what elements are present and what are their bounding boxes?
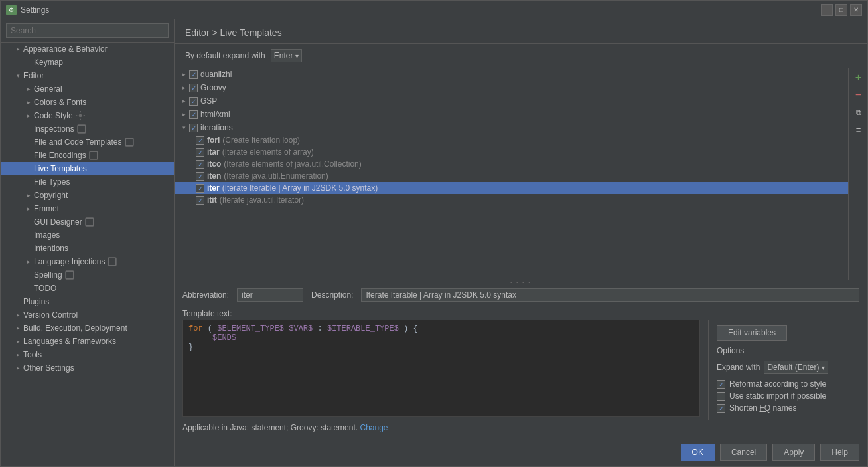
sidebar-label: Copyright xyxy=(34,191,68,200)
template-checkbox[interactable] xyxy=(196,184,204,193)
template-row-itit[interactable]: itit (Iterate java.util.Iterator) xyxy=(175,194,848,206)
template-checkbox[interactable] xyxy=(196,160,204,169)
sidebar-item-copyright[interactable]: Copyright xyxy=(1,189,174,202)
sidebar-item-file-types[interactable]: File Types xyxy=(1,175,174,189)
sidebar-label: Version Control xyxy=(23,310,78,320)
applicable-row: Applicable in Java: statement; Groovy: s… xyxy=(175,420,867,438)
description-input[interactable] xyxy=(361,288,859,302)
sidebar-item-spelling[interactable]: Spelling xyxy=(1,268,174,282)
sidebar-item-emmet[interactable]: Emmet xyxy=(1,202,174,215)
group-row-html-xml[interactable]: html/xml xyxy=(175,108,848,121)
code-line-1: for ( $ELEMENT_TYPE$ $VAR$ : $ITERABLE_T… xyxy=(188,324,694,333)
template-description: (Iterate Iterable | Array in J2SDK 5.0 s… xyxy=(222,183,378,193)
sidebar-item-appearance[interactable]: Appearance & Behavior xyxy=(1,43,174,56)
edit-variables-button[interactable]: Edit variables xyxy=(717,325,787,341)
group-checkbox[interactable] xyxy=(189,84,198,92)
group-checkbox[interactable] xyxy=(189,97,198,106)
arrow-icon xyxy=(25,98,33,106)
close-button[interactable]: ✕ xyxy=(850,4,862,16)
minimize-button[interactable]: _ xyxy=(821,4,833,16)
template-row-itco[interactable]: itco (Iterate elements of java.util.Coll… xyxy=(175,158,848,170)
sidebar-item-live-templates[interactable]: Live Templates xyxy=(1,162,174,175)
shorten-fq-checkbox[interactable] xyxy=(717,404,725,413)
option-static-import: Use static import if possible xyxy=(717,391,859,401)
template-checkbox[interactable] xyxy=(196,148,204,157)
template-abbrev: iten xyxy=(207,171,221,181)
sidebar-item-version-control[interactable]: Version Control xyxy=(1,308,174,322)
template-settings-button[interactable]: ≡ xyxy=(851,122,866,137)
template-checkbox[interactable] xyxy=(196,136,204,145)
template-row-itar[interactable]: itar (Iterate elements of array) xyxy=(175,146,848,158)
template-row-iter[interactable]: iter (Iterate Iterable | Array in J2SDK … xyxy=(175,182,848,194)
group-row-iterations[interactable]: iterations xyxy=(175,121,848,134)
sidebar-item-general[interactable]: General xyxy=(1,82,174,96)
maximize-button[interactable]: □ xyxy=(835,4,847,16)
group-checkbox[interactable] xyxy=(189,70,198,79)
ok-button[interactable]: OK xyxy=(681,444,715,461)
add-template-button[interactable]: + xyxy=(851,70,866,85)
sidebar-item-file-code-templates[interactable]: File and Code Templates xyxy=(1,136,174,149)
sidebar-item-code-style[interactable]: Code Style xyxy=(1,109,174,122)
sidebar-item-file-encodings[interactable]: File Encodings xyxy=(1,149,174,162)
template-row-fori[interactable]: fori (Create Iteration loop) xyxy=(175,134,848,146)
group-name: GSP xyxy=(200,96,217,106)
expand-with-dropdown[interactable]: Default (Enter) xyxy=(764,361,828,374)
expand-dropdown[interactable]: Enter xyxy=(271,49,303,62)
reformat-checkbox[interactable] xyxy=(717,380,725,389)
arrow-icon xyxy=(14,337,22,345)
abbreviation-input[interactable] xyxy=(237,288,303,302)
cancel-button[interactable]: Cancel xyxy=(720,444,767,461)
group-row-gsp[interactable]: GSP xyxy=(175,94,848,108)
option-reformat: Reformat according to style xyxy=(717,379,859,389)
search-input[interactable] xyxy=(6,23,169,38)
sidebar-item-language-injections[interactable]: Language Injections xyxy=(1,255,174,268)
sidebar-label: Code Style xyxy=(34,111,73,120)
sidebar-item-other-settings[interactable]: Other Settings xyxy=(1,361,174,375)
apply-button[interactable]: Apply xyxy=(772,444,815,461)
sidebar-item-inspections[interactable]: Inspections xyxy=(1,122,174,136)
breadcrumb: Editor > Live Templates xyxy=(185,27,282,38)
code-line-3: } xyxy=(188,343,694,352)
sidebar-item-keymap[interactable]: Keymap xyxy=(1,56,174,69)
sidebar-item-colors-fonts[interactable]: Colors & Fonts xyxy=(1,96,174,109)
abbreviation-label: Abbreviation: xyxy=(182,290,229,300)
template-row-iten[interactable]: iten (Iterate java.util.Enumeration) xyxy=(175,170,848,182)
group-row-groovy[interactable]: Groovy xyxy=(175,81,848,94)
sidebar-item-build-exec[interactable]: Build, Execution, Deployment xyxy=(1,322,174,335)
template-abbrev: iter xyxy=(207,183,220,193)
encoding-icon xyxy=(89,151,98,160)
sidebar-item-tools[interactable]: Tools xyxy=(1,348,174,361)
sidebar-label: Inspections xyxy=(34,124,74,134)
template-description: (Create Iteration loop) xyxy=(222,136,300,145)
settings-icon xyxy=(77,124,86,134)
sidebar-item-editor[interactable]: Editor xyxy=(1,69,174,82)
sidebar-item-images[interactable]: Images xyxy=(1,229,174,242)
sidebar-label: Images xyxy=(34,231,60,240)
change-link[interactable]: Change xyxy=(360,423,388,432)
help-button[interactable]: Help xyxy=(820,444,859,461)
abbrev-desc-row: Abbreviation: Description: xyxy=(175,284,867,306)
expand-icon xyxy=(180,97,188,105)
copy-template-button[interactable]: ⧉ xyxy=(851,105,866,120)
group-checkbox[interactable] xyxy=(189,124,198,132)
code-editor[interactable]: for ( $ELEMENT_TYPE$ $VAR$ : $ITERABLE_T… xyxy=(182,320,700,417)
group-row-duanlizhi[interactable]: duanlizhi xyxy=(175,68,848,81)
template-checkbox[interactable] xyxy=(196,172,204,181)
sidebar-item-plugins[interactable]: Plugins xyxy=(1,295,174,308)
template-abbrev: itco xyxy=(207,159,221,169)
sidebar-item-intentions[interactable]: Intentions xyxy=(1,242,174,255)
sidebar-item-gui-designer[interactable]: GUI Designer xyxy=(1,215,174,229)
group-checkbox[interactable] xyxy=(189,110,198,119)
template-code-area: for ( $ELEMENT_TYPE$ $VAR$ : $ITERABLE_T… xyxy=(175,320,867,420)
sidebar-item-todo[interactable]: TODO xyxy=(1,282,174,295)
remove-template-button[interactable]: − xyxy=(851,88,866,102)
template-abbrev: fori xyxy=(207,136,220,145)
svg-rect-4 xyxy=(86,218,94,226)
templates-area: duanlizhi Groovy GSP xyxy=(175,68,867,280)
sidebar-label: Build, Execution, Deployment xyxy=(23,324,127,333)
template-checkbox[interactable] xyxy=(196,196,204,205)
applicable-text: Applicable in Java: statement; Groovy: s… xyxy=(182,423,358,432)
static-import-checkbox[interactable] xyxy=(717,392,725,401)
sidebar-item-languages[interactable]: Languages & Frameworks xyxy=(1,335,174,348)
dialog-footer: OK Cancel Apply Help xyxy=(175,438,867,466)
